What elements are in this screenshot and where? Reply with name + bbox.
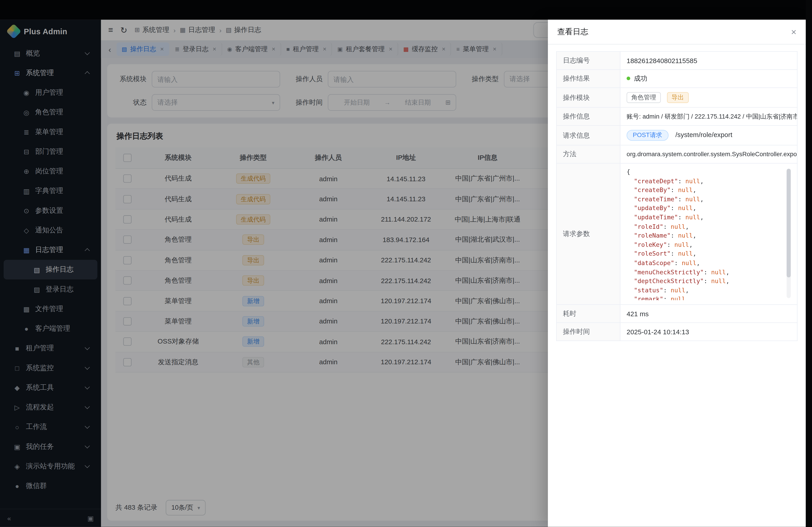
detail-row-result: 操作结果 成功 <box>556 70 797 88</box>
action-tag: 导出 <box>667 92 688 103</box>
detail-row-log-id: 日志编号 1882612840802115585 <box>556 51 797 70</box>
drawer-header: 查看日志 × <box>548 20 806 44</box>
result-value: 成功 <box>620 70 797 88</box>
method-value: org.dromara.system.controller.system.Sys… <box>620 145 797 163</box>
code-scrollbar-thumb[interactable] <box>787 169 791 277</box>
log-id-value: 1882612840802115585 <box>620 51 797 70</box>
request-value: POST请求 /system/role/export <box>620 125 797 145</box>
detail-row-params: 请求参数 { createDept: null, createBy: null,… <box>556 163 797 304</box>
drawer-body: 日志编号 1882612840802115585 操作结果 成功 操作模块 角色… <box>548 44 806 348</box>
detail-row-request: 请求信息 POST请求 /system/role/export <box>556 125 797 145</box>
detail-row-time: 操作时间 2025-01-24 10:14:13 <box>556 323 797 341</box>
screen: Plus Admin ▤ 概览 ⊞ 系统管理 ◉ 用户管理 ◎ <box>0 0 812 527</box>
module-tag: 角色管理 <box>627 92 661 103</box>
window-right-strip <box>806 0 812 527</box>
detail-row-info: 操作信息 账号: admin / 研发部门 / 222.175.114.242 … <box>556 107 797 125</box>
view-log-drawer: 查看日志 × 日志编号 1882612840802115585 操作结果 成功 … <box>548 20 806 527</box>
detail-row-method: 方法 org.dromara.system.controller.system.… <box>556 145 797 163</box>
log-detail-table: 日志编号 1882612840802115585 操作结果 成功 操作模块 角色… <box>556 51 798 341</box>
params-value: { createDept: null, createBy: null, crea… <box>620 163 797 304</box>
duration-value: 421 ms <box>620 304 797 322</box>
info-value: 账号: admin / 研发部门 / 222.175.114.242 / 中国|… <box>620 107 797 125</box>
request-params-code[interactable]: { createDept: null, createBy: null, crea… <box>627 168 791 300</box>
detail-row-module: 操作模块 角色管理 导出 <box>556 88 797 107</box>
drawer-title: 查看日志 <box>557 27 588 37</box>
detail-row-duration: 耗时 421 ms <box>556 304 797 322</box>
success-dot-icon <box>627 77 630 80</box>
request-url: /system/role/export <box>676 131 733 139</box>
operation-time-value: 2025-01-24 10:14:13 <box>620 323 797 341</box>
close-icon[interactable]: × <box>791 27 796 36</box>
post-method-tag: POST请求 <box>627 130 668 141</box>
module-value: 角色管理 导出 <box>620 88 797 107</box>
